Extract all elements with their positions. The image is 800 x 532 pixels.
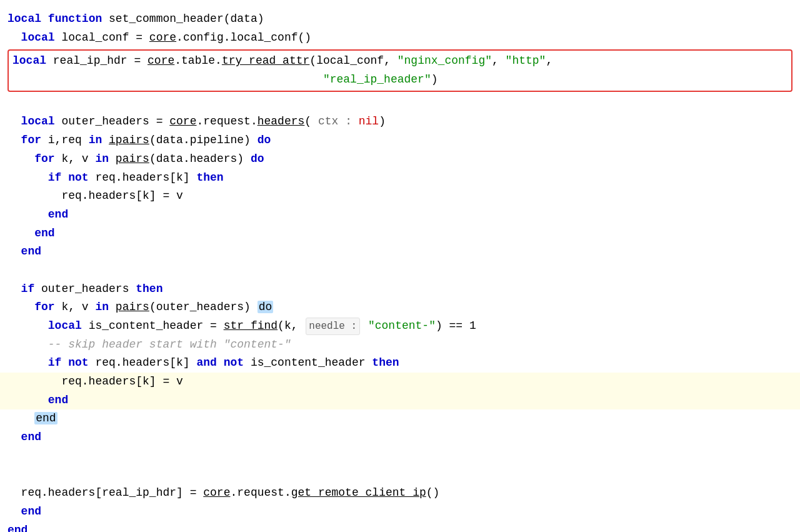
keyword-end-6: end — [21, 431, 41, 443]
keyword-local-4: local — [21, 115, 55, 128]
blank-line-2 — [0, 261, 800, 280]
core-ref-4: core — [203, 486, 230, 499]
keyword-for-1: for — [21, 134, 41, 146]
keyword-end-7: end — [21, 505, 41, 518]
keyword-in-1: in — [89, 134, 102, 146]
code-line-1: local function set_common_header(data) — [0, 10, 800, 29]
code-line-end4: end — [0, 391, 800, 410]
keyword-then-3: then — [372, 356, 399, 369]
func-local-conf: local_conf — [231, 31, 298, 44]
keyword-then-1: then — [196, 171, 223, 184]
code-line-for2: for k, v in pairs(data.headers) do — [0, 150, 800, 169]
keyword-if-2: if — [21, 283, 35, 295]
keyword-do-2: do — [251, 153, 264, 165]
code-line-assign1: req.headers[k] = v — [0, 187, 800, 206]
code-line-if2: if outer_headers then — [0, 280, 800, 299]
string-http: "http" — [506, 54, 546, 67]
keyword-end-2: end — [34, 227, 54, 239]
func-get-remote-client-ip: get_remote_client_ip — [291, 486, 426, 499]
func-ipairs: ipairs — [109, 134, 149, 146]
keyword-local-3: local — [12, 54, 46, 67]
comment-skip-header: -- skip header start with "content-" — [48, 338, 291, 351]
keyword-for-2: for — [34, 153, 54, 165]
highlighted-code-block: local real_ip_hdr = core.table.try_read_… — [8, 49, 792, 91]
code-line-if1: if not req.headers[k] then — [0, 169, 800, 188]
keyword-end-3: end — [21, 245, 41, 258]
keyword-in-3: in — [95, 301, 109, 313]
keyword-end-8: end — [8, 524, 28, 532]
code-line-assign2: req.headers[k] = v — [0, 373, 800, 391]
keyword-not-1: not — [68, 171, 88, 184]
string-real-ip-header: "real_ip_header" — [323, 73, 431, 86]
code-line-real-ip: req.headers[real_ip_hdr] = core.request.… — [0, 484, 800, 503]
code-line-for1: for i,req in ipairs(data.pipeline) do — [0, 131, 800, 150]
code-line-for3: for k, v in pairs(outer_headers) do — [0, 298, 800, 317]
code-line-comment: -- skip header start with "content-" — [0, 336, 800, 354]
keyword-in-2: in — [95, 153, 109, 165]
keyword-not-2: not — [68, 356, 88, 369]
func-pairs-2: pairs — [116, 301, 149, 313]
func-headers: headers — [258, 115, 305, 128]
code-line-if3: if not req.headers[k] and not is_content… — [0, 354, 800, 373]
keyword-function: function — [48, 13, 102, 25]
code-line-end5: end — [0, 409, 800, 428]
keyword-not-3: not — [224, 356, 244, 369]
number-1: 1 — [469, 319, 476, 332]
keyword-end-1: end — [48, 208, 68, 221]
keyword-local-2: local — [21, 31, 55, 44]
code-line-2: local local_conf = core.config.local_con… — [0, 29, 800, 48]
keyword-local: local — [8, 13, 41, 25]
string-nginx-config: "nginx_config" — [398, 54, 492, 67]
code-line-end7: end — [0, 503, 800, 521]
func-pairs-1: pairs — [116, 153, 149, 165]
code-line-outer-headers: local outer_headers = core.request.heade… — [0, 113, 800, 131]
code-line-local-is-content: local is_content_header = str_find(k, ne… — [0, 317, 800, 336]
code-viewer: local function set_common_header(data) l… — [0, 5, 800, 532]
code-line-end6: end — [0, 428, 800, 447]
code-line-end8: end — [0, 521, 800, 532]
keyword-do-1: do — [258, 134, 271, 146]
blank-line-4 — [0, 466, 800, 484]
core-ref-3: core — [169, 115, 196, 128]
nil-value: nil — [359, 115, 379, 128]
keyword-end-4: end — [48, 394, 68, 406]
code-line-end1: end — [0, 206, 800, 224]
core-ref-1: core — [149, 31, 176, 44]
ctx-label: ctx : — [318, 115, 352, 128]
blank-line-3 — [0, 447, 800, 466]
keyword-if-3: if — [48, 356, 62, 369]
code-line-end3: end — [0, 243, 800, 261]
keyword-local-5: local — [48, 319, 82, 332]
func-str-find: str_find — [224, 319, 278, 332]
string-content-dash: "content-" — [368, 319, 436, 332]
keyword-for-3: for — [34, 301, 54, 313]
keyword-then-2: then — [136, 283, 162, 295]
function-name: set_common_header — [109, 13, 224, 25]
code-line-end2: end — [0, 224, 800, 243]
func-try-read-attr: try_read_attr — [222, 54, 309, 67]
do-keyword-highlight: do — [258, 301, 274, 313]
keyword-if-1: if — [48, 171, 62, 184]
core-ref-2: core — [148, 54, 174, 67]
keyword-and: and — [196, 356, 216, 369]
end-keyword-highlight: end — [34, 412, 57, 424]
blank-line-1 — [0, 94, 800, 113]
needle-label: needle : — [306, 318, 360, 335]
